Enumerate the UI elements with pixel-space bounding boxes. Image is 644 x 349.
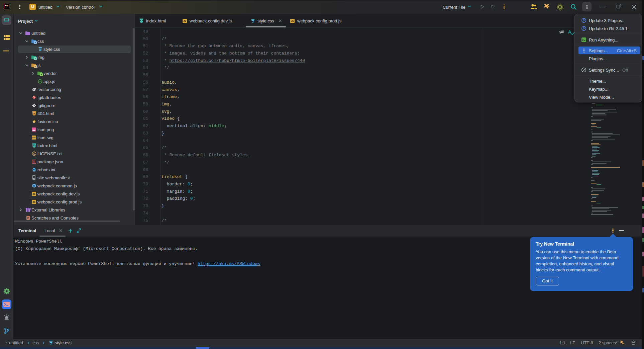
- svg-text:5: 5: [33, 112, 35, 115]
- svg-text:JS: JS: [39, 80, 41, 82]
